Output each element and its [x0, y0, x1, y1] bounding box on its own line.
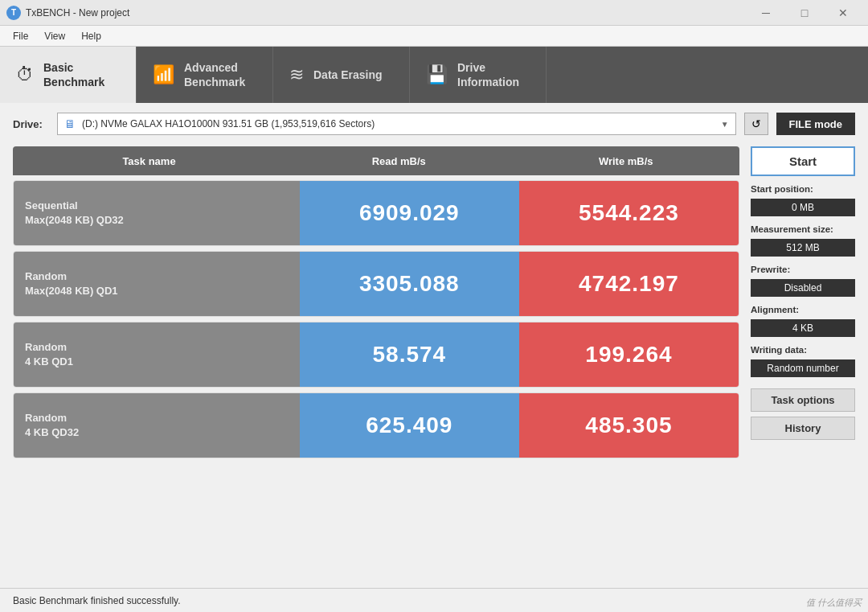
- tab-advanced-label: AdvancedBenchmark: [184, 60, 245, 89]
- tab-advanced-benchmark[interactable]: 📶 AdvancedBenchmark: [137, 47, 273, 103]
- row0-write: 5544.223: [519, 181, 739, 245]
- header-read: Read mB/s: [285, 146, 513, 175]
- tab-bar: ⏱ BasicBenchmark 📶 AdvancedBenchmark ≋ D…: [0, 47, 868, 103]
- table-row: Random4 KB QD32 625.409 485.305: [13, 392, 739, 458]
- minimize-button[interactable]: ─: [747, 1, 784, 25]
- drive-select-text: 🖥 (D:) NVMe GALAX HA1O1000N 931.51 GB (1…: [64, 117, 375, 130]
- title-bar-buttons: ─ □ ✕: [747, 1, 862, 25]
- row3-read: 625.409: [300, 393, 519, 458]
- prewrite-value: Disabled: [751, 279, 855, 297]
- tab-drive-information[interactable]: 💾 DriveInformation: [410, 47, 547, 103]
- table-row: RandomMax(2048 KB) QD1 3305.088 4742.197: [13, 251, 739, 317]
- row0-read: 6909.029: [300, 181, 519, 245]
- main-content: Drive: 🖥 (D:) NVMe GALAX HA1O1000N 931.5…: [0, 103, 868, 588]
- tab-erasing-label: Data Erasing: [313, 68, 383, 82]
- measurement-size-label: Measurement size:: [751, 224, 855, 234]
- drive-label: Drive:: [13, 118, 49, 130]
- row2-write: 199.264: [519, 322, 739, 387]
- drive-info-icon: 💾: [426, 64, 448, 85]
- table-header: Task name Read mB/s Write mB/s: [13, 146, 739, 175]
- tab-basic-label: BasicBenchmark: [43, 60, 104, 89]
- table-body: SequentialMax(2048 KB) QD32 6909.029 554…: [13, 180, 739, 458]
- alignment-label: Alignment:: [751, 305, 855, 314]
- table-row: SequentialMax(2048 KB) QD32 6909.029 554…: [13, 180, 739, 246]
- prewrite-label: Prewrite:: [751, 265, 855, 274]
- menu-help[interactable]: Help: [75, 29, 108, 43]
- writing-data-label: Writing data:: [751, 345, 855, 355]
- table-row: Random4 KB QD1 58.574 199.264: [13, 322, 739, 388]
- start-position-value: 0 MB: [751, 199, 855, 216]
- title-bar: T TxBENCH - New project ─ □ ✕: [0, 0, 868, 26]
- row2-name: Random4 KB QD1: [14, 322, 300, 387]
- row3-name: Random4 KB QD32: [14, 393, 300, 458]
- drive-dropdown-arrow: ▼: [721, 120, 729, 129]
- menu-file[interactable]: File: [6, 29, 35, 43]
- row3-write: 485.305: [519, 393, 739, 458]
- tab-data-erasing[interactable]: ≋ Data Erasing: [273, 47, 410, 103]
- menu-view[interactable]: View: [38, 29, 72, 43]
- header-write: Write mB/s: [513, 146, 740, 175]
- status-text: Basic Benchmark finished successfully.: [13, 595, 181, 606]
- drive-select-value: (D:) NVMe GALAX HA1O1000N 931.51 GB (1,9…: [82, 118, 375, 129]
- sidebar: Start Start position: 0 MB Measurement s…: [751, 146, 855, 458]
- writing-data-value: Random number: [751, 359, 855, 377]
- title-bar-text: TxBENCH - New project: [26, 7, 747, 18]
- task-options-button[interactable]: Task options: [751, 388, 855, 412]
- menu-bar: File View Help: [0, 26, 868, 47]
- row1-read: 3305.088: [300, 252, 519, 316]
- measurement-size-value: 512 MB: [751, 239, 855, 257]
- header-task-name: Task name: [13, 146, 285, 175]
- row0-name: SequentialMax(2048 KB) QD32: [14, 181, 300, 245]
- basic-benchmark-icon: ⏱: [16, 64, 34, 85]
- history-button[interactable]: History: [751, 417, 855, 440]
- maximize-button[interactable]: □: [786, 1, 823, 25]
- status-bar: Basic Benchmark finished successfully.: [0, 588, 868, 612]
- row2-read: 58.574: [300, 322, 519, 387]
- row1-write: 4742.197: [519, 252, 739, 316]
- drive-row: Drive: 🖥 (D:) NVMe GALAX HA1O1000N 931.5…: [13, 113, 855, 135]
- data-erasing-icon: ≋: [289, 64, 304, 85]
- start-button[interactable]: Start: [751, 146, 855, 176]
- row1-name: RandomMax(2048 KB) QD1: [14, 252, 300, 316]
- file-mode-button[interactable]: FILE mode: [776, 113, 855, 135]
- start-position-label: Start position:: [751, 184, 855, 194]
- refresh-button[interactable]: ↺: [744, 113, 768, 135]
- drive-select-icon: 🖥: [64, 117, 76, 130]
- tab-basic-benchmark[interactable]: ⏱ BasicBenchmark: [0, 47, 137, 103]
- close-button[interactable]: ✕: [825, 1, 862, 25]
- watermark: 值 什么值得买: [806, 597, 862, 609]
- app-icon: T: [6, 6, 21, 20]
- content-area: Task name Read mB/s Write mB/s Sequentia…: [13, 146, 855, 458]
- benchmark-table: Task name Read mB/s Write mB/s Sequentia…: [13, 146, 739, 458]
- alignment-value: 4 KB: [751, 319, 855, 337]
- drive-select[interactable]: 🖥 (D:) NVMe GALAX HA1O1000N 931.51 GB (1…: [57, 113, 736, 135]
- advanced-benchmark-icon: 📶: [153, 64, 174, 85]
- tab-drive-label: DriveInformation: [457, 60, 519, 89]
